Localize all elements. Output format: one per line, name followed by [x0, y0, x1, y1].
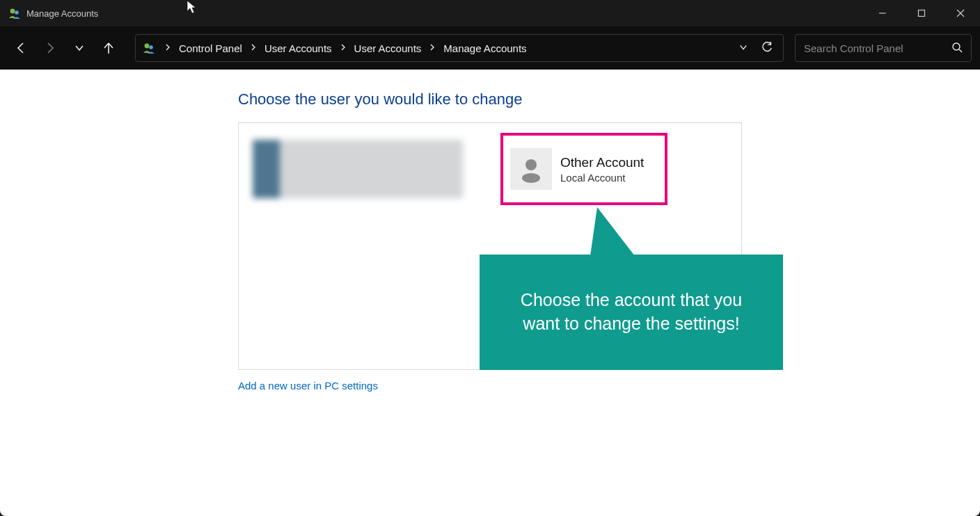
account-name: Other Account	[560, 155, 644, 170]
svg-line-9	[959, 49, 962, 52]
breadcrumb-item[interactable]: User Accounts	[264, 42, 332, 54]
avatar	[510, 148, 552, 190]
minimize-button[interactable]	[863, 0, 902, 26]
window: Manage Accounts	[0, 0, 980, 516]
address-bar[interactable]: Control Panel User Accounts User Account…	[135, 34, 784, 62]
chevron-right-icon[interactable]	[246, 43, 260, 53]
breadcrumb-item[interactable]: Control Panel	[179, 42, 242, 54]
callout-text: Choose the account that you want to chan…	[500, 289, 762, 336]
svg-point-8	[953, 43, 960, 50]
svg-point-7	[149, 45, 153, 49]
refresh-button[interactable]	[761, 41, 773, 56]
navbar: Control Panel User Accounts User Account…	[0, 26, 980, 70]
page-heading: Choose the user you would like to change	[238, 90, 980, 108]
callout-pointer	[590, 207, 635, 256]
account-text: Other Account Local Account	[560, 155, 644, 184]
forward-button[interactable]	[38, 35, 63, 61]
address-history-button[interactable]	[738, 42, 748, 54]
account-tile-redacted[interactable]	[253, 140, 463, 198]
chevron-right-icon[interactable]	[336, 43, 350, 53]
add-user-link[interactable]: Add a new user in PC settings	[238, 380, 980, 392]
back-button[interactable]	[8, 35, 33, 61]
svg-point-6	[145, 44, 150, 49]
titlebar: Manage Accounts	[0, 0, 980, 26]
search-input[interactable]	[804, 42, 951, 54]
close-button[interactable]	[941, 0, 980, 26]
svg-point-11	[522, 173, 540, 183]
instruction-callout: Choose the account that you want to chan…	[480, 255, 783, 370]
content-area: Choose the user you would like to change…	[0, 70, 980, 516]
chevron-right-icon[interactable]	[161, 43, 175, 53]
recent-locations-button[interactable]	[67, 35, 92, 61]
search-icon[interactable]	[951, 42, 963, 55]
account-tile-other[interactable]: Other Account Local Account	[500, 133, 667, 205]
svg-point-1	[15, 10, 19, 15]
breadcrumb-item[interactable]: Manage Accounts	[443, 42, 526, 54]
svg-point-0	[10, 9, 15, 14]
search-box[interactable]	[795, 34, 972, 62]
account-type: Local Account	[560, 172, 644, 184]
app-icon	[8, 7, 21, 19]
svg-point-10	[525, 159, 537, 170]
maximize-button[interactable]	[902, 0, 941, 26]
window-title: Manage Accounts	[26, 8, 98, 19]
chevron-right-icon[interactable]	[425, 43, 439, 53]
window-controls	[863, 0, 980, 26]
svg-rect-3	[919, 10, 925, 17]
breadcrumb-item[interactable]: User Accounts	[354, 42, 422, 54]
location-icon	[143, 42, 155, 54]
up-button[interactable]	[96, 35, 121, 61]
